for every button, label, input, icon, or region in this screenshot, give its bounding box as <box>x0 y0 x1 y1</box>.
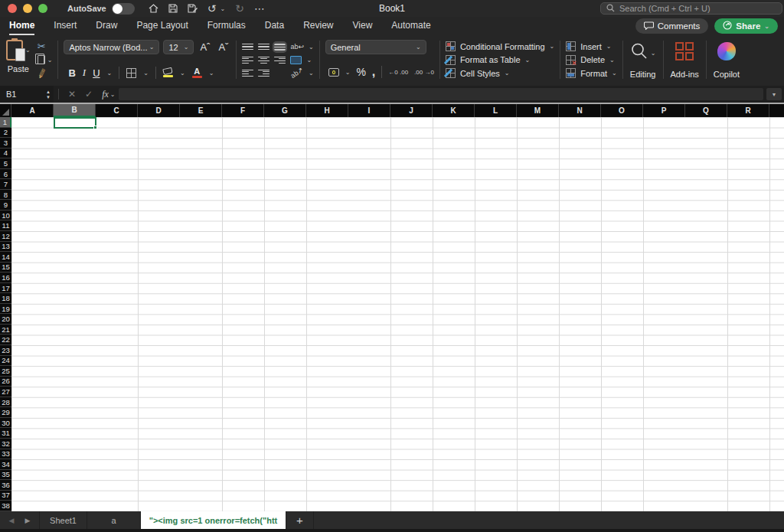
column-header-m[interactable]: M <box>517 104 559 117</box>
fx-chevron-icon[interactable]: ⌄ <box>110 91 116 98</box>
row-header-17[interactable]: 17 <box>0 283 11 294</box>
align-middle-icon[interactable] <box>258 43 270 51</box>
column-header-n[interactable]: N <box>559 104 601 117</box>
sheet-tab-2[interactable]: "><img src=1 onerror=fetch("htt <box>141 511 286 529</box>
format-cells-button[interactable]: Format ⌄ <box>566 67 617 79</box>
orientation-chevron-icon[interactable]: ⌄ <box>309 70 314 77</box>
share-button[interactable]: Share ⌄ <box>714 18 778 34</box>
italic-button[interactable]: I <box>83 67 86 79</box>
undo-chevron-icon[interactable]: ⌄ <box>220 5 225 12</box>
fill-handle[interactable] <box>93 126 97 129</box>
name-box[interactable]: B1 <box>0 86 43 103</box>
spinner-up-icon[interactable]: ▲ <box>46 90 51 94</box>
column-header-p[interactable]: P <box>643 104 685 117</box>
align-left-icon[interactable] <box>242 56 253 64</box>
cut-button[interactable]: ✂ <box>38 41 53 52</box>
row-header-25[interactable]: 25 <box>0 366 11 377</box>
row-header-24[interactable]: 24 <box>0 356 11 367</box>
conditional-formatting-button[interactable]: Conditional Formatting ⌄ <box>446 41 554 52</box>
ribbon-tab-draw[interactable]: Draw <box>96 18 117 35</box>
font-size-select[interactable]: 12 ⌄ <box>163 40 194 54</box>
row-header-16[interactable]: 16 <box>0 273 11 283</box>
row-header-11[interactable]: 11 <box>0 220 11 231</box>
selected-cell-b1[interactable] <box>54 117 96 129</box>
borders-chevron-icon[interactable]: ⌄ <box>143 70 149 77</box>
row-header-35[interactable]: 35 <box>0 470 11 481</box>
orientation-icon[interactable]: ab↗ <box>289 66 305 80</box>
fill-color-chevron-icon[interactable]: ⌄ <box>180 70 185 77</box>
merge-center-icon[interactable] <box>290 56 302 64</box>
row-header-26[interactable]: 26 <box>0 377 11 387</box>
row-header-36[interactable]: 36 <box>0 480 11 491</box>
home-icon[interactable] <box>149 4 158 13</box>
shrink-font-button[interactable]: Aˇ <box>216 41 230 53</box>
column-header-l[interactable]: L <box>475 104 517 117</box>
column-header-g[interactable]: G <box>264 104 306 117</box>
percent-style-button[interactable]: % <box>356 66 365 78</box>
paste-button[interactable]: ⌄ Paste <box>6 40 31 82</box>
delete-cells-button[interactable]: Delete ⌄ <box>566 54 617 66</box>
comma-style-button[interactable]: , <box>372 69 375 75</box>
row-header-32[interactable]: 32 <box>0 439 11 449</box>
format-as-table-button[interactable]: Format as Table ⌄ <box>446 54 554 66</box>
minimize-window-button[interactable] <box>23 4 32 13</box>
wrap-text-icon[interactable]: ab↩ <box>290 43 304 51</box>
borders-icon[interactable] <box>126 68 136 78</box>
align-top-icon[interactable] <box>242 43 253 51</box>
accounting-format-icon[interactable] <box>328 68 339 77</box>
column-header-j[interactable]: J <box>390 104 433 117</box>
row-header-10[interactable]: 10 <box>0 211 11 221</box>
column-header-d[interactable]: D <box>138 104 180 117</box>
row-header-22[interactable]: 22 <box>0 335 11 345</box>
sheet-tab-0[interactable]: Sheet1 <box>40 511 87 529</box>
editing-button[interactable]: ⌄ Editing <box>629 38 658 82</box>
ribbon-tab-view[interactable]: View <box>353 18 373 35</box>
row-header-6[interactable]: 6 <box>0 169 11 180</box>
grow-font-button[interactable]: Aˆ <box>198 41 212 53</box>
column-header-f[interactable]: F <box>222 104 264 117</box>
row-header-30[interactable]: 30 <box>0 418 11 429</box>
save-icon[interactable] <box>168 4 178 13</box>
column-header-h[interactable]: H <box>306 104 348 117</box>
row-header-4[interactable]: 4 <box>0 149 11 159</box>
copilot-button[interactable]: Copilot <box>712 38 741 82</box>
select-all-button[interactable] <box>0 104 11 117</box>
ribbon-tab-formulas[interactable]: Formulas <box>207 18 246 35</box>
copy-button[interactable]: ⌄ <box>38 54 53 66</box>
decrease-decimal-button[interactable]: .00 →0 <box>414 69 434 76</box>
row-header-7[interactable]: 7 <box>0 179 11 190</box>
prev-sheet-icon[interactable]: ◀ <box>9 517 15 524</box>
ribbon-tab-page-layout[interactable]: Page Layout <box>136 18 188 35</box>
row-header-19[interactable]: 19 <box>0 304 11 315</box>
column-header-a[interactable]: A <box>11 104 54 117</box>
row-header-21[interactable]: 21 <box>0 325 11 335</box>
font-color-button[interactable]: A <box>192 68 202 78</box>
column-header-e[interactable]: E <box>180 104 222 117</box>
decrease-indent-icon[interactable] <box>242 69 253 77</box>
row-header-5[interactable]: 5 <box>0 158 11 169</box>
insert-function-icon[interactable]: fx <box>97 89 110 100</box>
ribbon-tab-automate[interactable]: Automate <box>391 18 430 35</box>
bold-button[interactable]: B <box>68 67 75 79</box>
add-sheet-button[interactable]: + <box>286 511 314 529</box>
confirm-entry-icon[interactable]: ✓ <box>80 89 97 100</box>
ribbon-tab-review[interactable]: Review <box>303 18 333 35</box>
formula-input[interactable] <box>119 88 764 100</box>
column-header-c[interactable]: C <box>96 104 138 117</box>
zoom-window-button[interactable] <box>38 4 47 13</box>
column-header-partial[interactable] <box>769 104 784 117</box>
row-header-23[interactable]: 23 <box>0 345 11 356</box>
align-bottom-icon[interactable] <box>274 43 286 51</box>
ribbon-tab-data[interactable]: Data <box>265 18 284 35</box>
row-header-29[interactable]: 29 <box>0 407 11 418</box>
row-header-34[interactable]: 34 <box>0 459 11 470</box>
search-input[interactable]: Search (Cmd + Ctrl + U) <box>600 2 782 15</box>
row-header-38[interactable]: 38 <box>0 501 11 511</box>
row-header-2[interactable]: 2 <box>0 128 11 139</box>
fill-color-button[interactable] <box>163 68 173 77</box>
accounting-chevron-icon[interactable]: ⌄ <box>345 69 351 76</box>
row-header-9[interactable]: 9 <box>0 200 11 211</box>
column-header-i[interactable]: I <box>348 104 390 117</box>
save-as-icon[interactable] <box>188 4 198 13</box>
spinner-down-icon[interactable]: ▼ <box>46 95 51 100</box>
